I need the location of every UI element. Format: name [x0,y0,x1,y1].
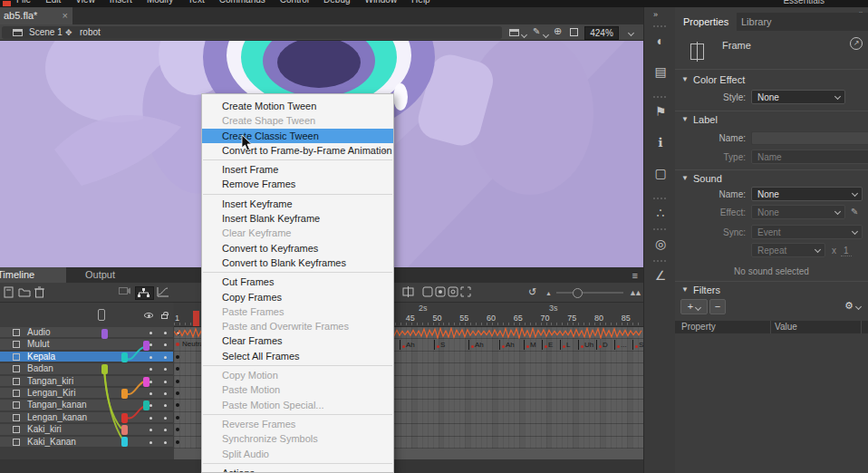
menu-item-clear-frames[interactable]: Clear Frames [202,333,393,348]
layer-row-kaki_kanan[interactable]: Kaki_Kanan [0,437,173,448]
menu-debug[interactable]: Debug [323,0,350,5]
menu-item-create-classic-tween[interactable]: Create Classic Tween [202,129,393,143]
menu-item-synchronize-symbols[interactable]: Synchronize Symbols [202,431,393,446]
layer-visibility-dot[interactable] [149,343,152,346]
onion-skin-button[interactable] [435,286,448,298]
layer-row-kaki_kiri[interactable]: Kaki_kiri [0,424,173,435]
menu-file[interactable]: File [16,0,31,5]
document-tab[interactable]: ab5.fla* × [0,7,72,24]
tab-properties[interactable]: Properties [675,13,737,31]
color-panel-icon[interactable]: ◐ [652,33,669,49]
frame1-keyframe-kaki_kanan[interactable] [176,440,179,444]
playhead[interactable] [193,311,199,326]
sound-repeat-dropdown[interactable]: Repeat [751,243,825,257]
frame1-keyframe-mulut[interactable] [176,343,179,346]
sound-effect-dropdown[interactable]: None [751,205,845,219]
frame1-keyframe-tangan_kanan[interactable] [176,403,179,407]
menu-item-remove-frames[interactable]: Remove Frames [202,177,393,191]
center-frame-button[interactable]: ⊕ [554,25,562,37]
layer-visibility-dot[interactable] [149,368,152,371]
layer-visibility-dot[interactable] [149,356,152,359]
loop-button[interactable] [422,286,435,298]
menu-item-cut-frames[interactable]: Cut Frames [202,275,393,289]
tab-library[interactable]: Library [733,13,780,31]
layer-row-mulut[interactable]: Mulut [0,339,173,350]
layer-row-tangan_kanan[interactable]: Tangan_kanan [0,400,173,410]
show-hide-column-icon[interactable] [144,313,153,318]
menu-item-reverse-frames[interactable]: Reverse Frames [202,417,393,431]
layer-visibility-dot[interactable] [149,381,152,383]
timeline-zoom-slider[interactable] [556,292,623,294]
menu-insert[interactable]: Insert [110,0,132,5]
disclosure-triangle-icon[interactable]: ▼ [681,115,689,123]
layer-lock-dot[interactable] [164,429,167,431]
transform-panel-icon[interactable]: ▢ [652,165,669,181]
reset-zoom-icon[interactable]: ↺ [528,286,536,298]
layer-visibility-dot[interactable] [149,417,152,420]
onion-skin-outlines-button[interactable] [448,286,460,298]
edit-scene-chevron-icon[interactable] [521,32,527,38]
edit-sound-envelope-icon[interactable]: ✎ [851,207,858,217]
layer-name[interactable]: Audio [27,327,51,338]
frame1-keyframe-lengan_kiri[interactable] [176,391,179,395]
layer-row-audio[interactable]: Audio [0,327,173,338]
frame1-keyframe-badan[interactable] [176,367,179,371]
info-panel-icon[interactable]: ℹ [652,134,669,150]
breadcrumb-scene[interactable]: Scene 1 [29,27,63,37]
filter-options-button[interactable]: ⚙ [841,299,864,314]
repeat-count-field[interactable]: 1 [841,246,852,256]
menu-view[interactable]: View [75,0,95,5]
section-color-effect[interactable]: ▼ Color Effect [675,74,868,89]
layer-name[interactable]: Lengan_Kiri [27,388,75,399]
frame1-keyframe-kaki_kiri[interactable] [176,428,179,431]
menu-window[interactable]: Window [365,0,398,5]
layer-name[interactable]: Tangan_kiri [27,376,73,387]
breadcrumb-symbol[interactable]: robot [80,27,101,37]
menu-item-clear-keyframe[interactable]: Clear Keyframe [202,226,393,240]
layer-row-tangan_kiri[interactable]: Tangan_kiri [0,376,173,387]
camera-button[interactable] [119,286,131,298]
tab-output[interactable]: Output [76,267,124,283]
zoom-level-field[interactable]: 424% [584,26,619,40]
zoom-in-timeline-icon[interactable]: ▲▲ [629,288,640,297]
sound-name-dropdown[interactable]: None [751,187,863,201]
disclosure-triangle-icon[interactable]: ▼ [681,75,689,83]
disclosure-triangle-icon[interactable]: ▼ [681,174,689,182]
section-filters[interactable]: ▼ Filters [675,285,868,299]
clip-content-button[interactable] [570,28,578,36]
new-layer-button[interactable] [4,286,16,298]
menu-text[interactable]: Text [188,0,204,5]
label-name-input[interactable] [751,131,868,145]
menu-edit[interactable]: Edit [45,0,61,5]
layer-visibility-dot[interactable] [149,404,152,407]
layer-lock-dot[interactable] [164,343,167,346]
align-panel-icon[interactable]: ⚑ [652,103,669,120]
layer-visibility-dot[interactable] [149,441,152,444]
layer-name[interactable]: Tangan_kanan [27,400,87,410]
graph-view-button[interactable] [157,286,169,298]
layer-visibility-dot[interactable] [149,392,152,395]
brush-library-icon[interactable]: ∴ [652,205,669,221]
tab-timeline[interactable]: Timeline [0,267,66,283]
edit-scene-button[interactable] [509,29,519,36]
menu-help[interactable]: Help [411,0,430,5]
layer-lock-dot[interactable] [164,368,167,371]
layer-name[interactable]: Lengan_kanan [27,412,87,423]
label-type-dropdown[interactable]: Name [751,150,868,164]
menu-item-insert-keyframe[interactable]: Insert Keyframe [202,197,393,211]
layer-name[interactable]: Kaki_kiri [27,424,62,435]
layer-visibility-dot[interactable] [149,332,152,334]
menu-item-insert-blank-keyframe[interactable]: Insert Blank Keyframe [202,211,393,226]
timeline-panel-menu-icon[interactable]: ≡ [632,270,638,281]
menu-modify[interactable]: Modify [147,0,173,5]
menu-item-paste-motion-special[interactable]: Paste Motion Special... [202,398,393,412]
menu-item-paste-and-overwrite-frames[interactable]: Paste and Overwrite Frames [202,319,393,333]
center-playhead-button[interactable] [402,286,415,298]
layer-row-lengan_kiri[interactable]: Lengan_Kiri [0,388,173,399]
layer-visibility-dot[interactable] [149,429,152,431]
layer-lock-dot[interactable] [164,392,167,395]
menu-item-copy-motion[interactable]: Copy Motion [202,368,393,382]
menu-item-convert-to-blank-keyframes[interactable]: Convert to Blank Keyframes [202,256,393,270]
menu-item-convert-to-keyframes[interactable]: Convert to Keyframes [202,241,393,256]
swatches-panel-icon[interactable]: ▤ [652,63,669,80]
